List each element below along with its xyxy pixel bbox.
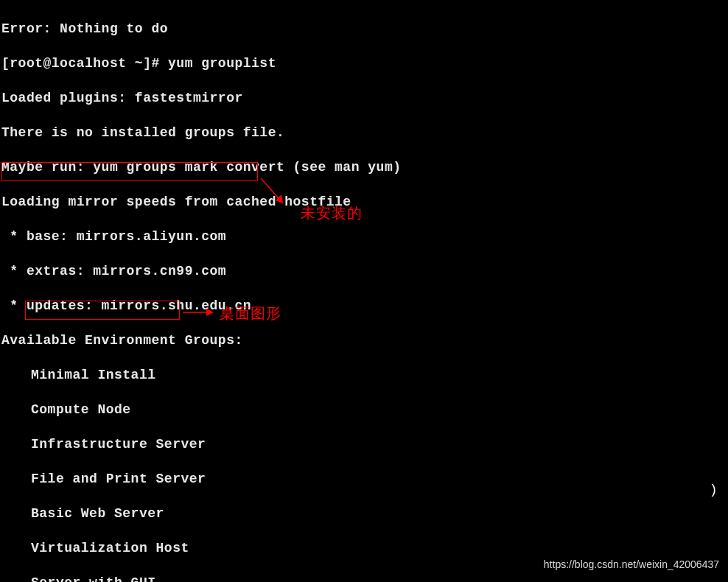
env-group-item: Virtualization Host bbox=[1, 540, 727, 558]
annotation-not-installed: 未安装的 bbox=[301, 205, 363, 222]
watermark-text: https://blog.csdn.net/weixin_42006437 bbox=[544, 556, 719, 574]
env-group-item: File and Print Server bbox=[1, 471, 727, 488]
mirror-extras-line: * extras: mirrors.cn99.com bbox=[1, 263, 727, 281]
mirror-updates-line: * updates: mirrors.shu.edu.cn bbox=[1, 298, 727, 315]
terminal-output[interactable]: Error: Nothing to do [root@localhost ~]#… bbox=[0, 0, 728, 582]
cursor-indicator: ) bbox=[710, 482, 718, 499]
maybe-run-line: Maybe run: yum groups mark convert (see … bbox=[1, 159, 727, 177]
error-line: Error: Nothing to do bbox=[1, 21, 727, 38]
env-groups-header: Available Environment Groups: bbox=[1, 332, 727, 350]
env-group-item: Compute Node bbox=[1, 402, 727, 419]
loading-mirror-line: Loading mirror speeds from cached hostfi… bbox=[1, 194, 727, 211]
mirror-base-line: * base: mirrors.aliyun.com bbox=[1, 228, 727, 246]
env-group-item: Minimal Install bbox=[1, 367, 727, 385]
env-group-item: Infrastructure Server bbox=[1, 436, 727, 454]
env-group-item: Basic Web Server bbox=[1, 505, 727, 523]
annotation-desktop-gui: 桌面图形 bbox=[220, 305, 281, 323]
env-group-item: Server with GUI bbox=[1, 575, 727, 583]
prompt-line: [root@localhost ~]# yum grouplist bbox=[1, 55, 727, 73]
no-groups-line: There is no installed groups file. bbox=[1, 125, 727, 142]
plugins-line: Loaded plugins: fastestmirror bbox=[1, 90, 727, 108]
